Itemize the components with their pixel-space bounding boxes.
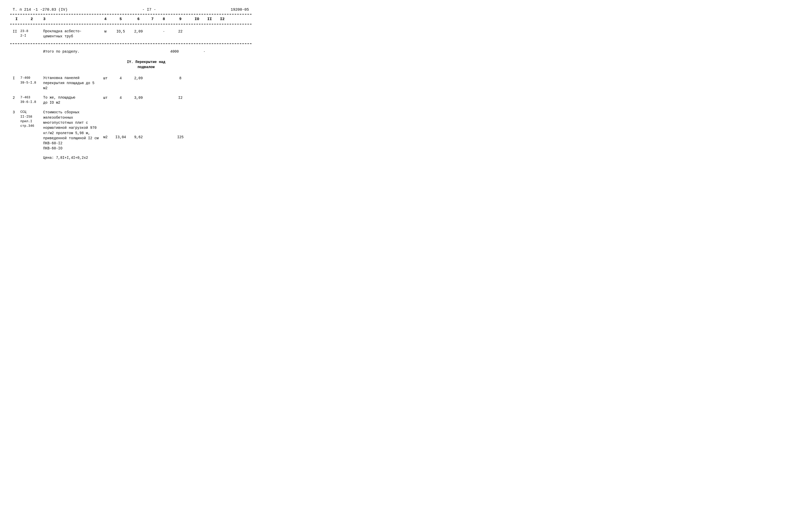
- r2-col5: 4: [112, 76, 130, 81]
- itogo-col2: [20, 50, 43, 54]
- r3-col4: шт: [99, 95, 112, 100]
- col-header-6: 6: [130, 17, 147, 21]
- r1-col11: [203, 29, 216, 30]
- table-row-1: II 23-8 2-I Прокладка асбесто-цементных …: [10, 28, 252, 40]
- col-header-3: 3: [43, 17, 99, 21]
- r2-col7: [147, 76, 157, 77]
- r1-col9: 22: [170, 29, 191, 34]
- r2-col3: Установка панелей перекрытия площадью до…: [43, 76, 99, 91]
- r1-col5: IO,5: [112, 29, 130, 34]
- r3-col6: 3,09: [130, 95, 147, 100]
- r4-col12: [216, 110, 229, 111]
- sh-col2: [20, 60, 43, 70]
- price-note-row: Цена: 7,8I+I,4I+0,2x2: [10, 155, 252, 161]
- r1-col1: II: [13, 29, 20, 34]
- r3-col11: [203, 95, 216, 96]
- col-header-7: 7: [147, 17, 157, 21]
- r1-col8: ·: [157, 29, 170, 34]
- r4-col8: [157, 110, 170, 111]
- col-header-8: 8: [157, 17, 170, 21]
- col-header-1: I: [13, 17, 20, 21]
- r1-col4: м: [99, 29, 112, 34]
- r4-col5: I3,04: [112, 110, 130, 140]
- section-header-text: IY. Перекрытие надподвалом: [43, 60, 249, 70]
- itogo-col9: 4000: [170, 50, 191, 54]
- r3-col9: I2: [170, 95, 191, 100]
- col-header-4: 4: [99, 17, 112, 21]
- r1-col10: [191, 29, 203, 30]
- col-header-5: 5: [112, 17, 130, 21]
- r4-col6: 9,62: [130, 110, 147, 140]
- table-row-2: I 7-460 39-5-I.8 Установка панелей перек…: [10, 75, 252, 92]
- r4-col4: м2: [99, 110, 112, 140]
- r4-col9: I25: [170, 110, 191, 140]
- itogo-col6: [130, 50, 147, 54]
- r3-col3: То же, площадьюдо IO м2: [43, 95, 99, 105]
- itogo-row: Итого по разделу. 4000 ·: [10, 49, 252, 55]
- sh-col1: [13, 60, 20, 70]
- r2-col4: шт: [99, 76, 112, 81]
- r1-col2: 23-8 2-I: [20, 29, 43, 38]
- r4-col1: 3: [13, 110, 20, 115]
- header-row: Т. п 214 -1 -270.83 (IV) - I7 - 19200-05: [10, 8, 252, 12]
- r2-col6: 2,09: [130, 76, 147, 81]
- r3-col8: [157, 95, 170, 96]
- r3-col10: [191, 95, 203, 96]
- col-header-2: 2: [20, 17, 43, 21]
- pn-col1: [13, 156, 20, 160]
- table-row-3: 2 7-463 39-6-I.8 То же, площадьюдо IO м2…: [10, 94, 252, 106]
- column-headers: I 2 3 4 5 6 7 8 9 IO II I2: [10, 16, 252, 23]
- r2-col9: 8: [170, 76, 191, 81]
- r4-col10: [191, 110, 203, 111]
- r1-col3: Прокладка асбесто-цементных труб: [43, 29, 99, 39]
- itogo-col8: [157, 50, 170, 54]
- r4-col2: ССЦ II-I58 прил.I стр.346: [20, 110, 43, 128]
- pn-col2: [20, 156, 43, 160]
- itogo-col11: ·: [203, 50, 216, 54]
- itogo-col7: [147, 50, 157, 54]
- r1-col12: [216, 29, 229, 30]
- header-right: 19200-05: [231, 8, 249, 12]
- price-note-text: Цена: 7,8I+I,4I+0,2x2: [43, 156, 249, 160]
- mid-dashed-line-1: [10, 44, 252, 44]
- itogo-col12: [216, 50, 229, 54]
- r2-col10: [191, 76, 203, 77]
- r3-col5: 4: [112, 95, 130, 100]
- r3-col2: 7-463 39-6-I.8: [20, 95, 43, 104]
- r4-col11: [203, 110, 216, 111]
- header-dashed-line: [10, 24, 252, 24]
- r4-col3: Стоимость сборных железобетонных многопу…: [43, 110, 99, 151]
- itogo-label: Итого по разделу.: [43, 50, 99, 54]
- section-header-iv: IY. Перекрытие надподвалом: [10, 57, 252, 72]
- r2-col8: [157, 76, 170, 77]
- col-header-11: II: [203, 17, 216, 21]
- itogo-col10: [191, 50, 203, 54]
- r3-col1: 2: [13, 95, 20, 100]
- r3-col12: [216, 95, 229, 96]
- table-row-4: 3 ССЦ II-I58 прил.I стр.346 Стоимость сб…: [10, 109, 252, 152]
- itogo-col1: [13, 50, 20, 54]
- col-header-10: IO: [191, 17, 203, 21]
- r2-col12: [216, 76, 229, 77]
- r2-col1: I: [13, 76, 20, 81]
- r2-col2: 7-460 39-5-I.8: [20, 76, 43, 85]
- header-left: Т. п 214 -1 -270.83 (IV): [13, 8, 68, 12]
- top-dashed-line: [10, 14, 252, 15]
- col-header-12: I2: [216, 17, 229, 21]
- r1-col6: 2,09: [130, 29, 147, 34]
- r3-col7: [147, 95, 157, 96]
- r2-col11: [203, 76, 216, 77]
- itogo-col4: [99, 50, 112, 54]
- col-header-9: 9: [170, 17, 191, 21]
- r4-col7: [147, 110, 157, 111]
- header-center: - I7 -: [142, 8, 156, 12]
- r1-col7: [147, 29, 157, 30]
- itogo-col5: [112, 50, 130, 54]
